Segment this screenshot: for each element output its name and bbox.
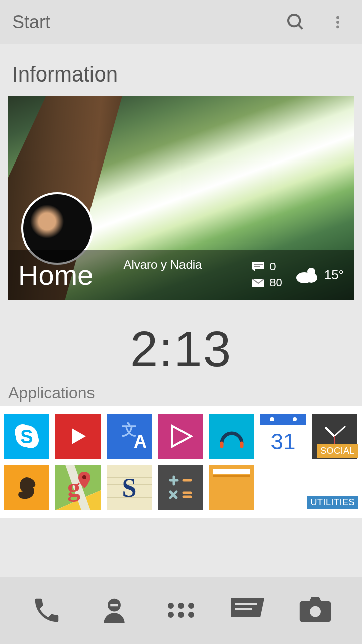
notes-letter: S <box>122 473 137 503</box>
svg-point-12 <box>305 273 317 283</box>
app-youtube[interactable] <box>55 414 101 459</box>
svg-rect-37 <box>110 604 118 606</box>
svg-point-4 <box>336 25 339 28</box>
svg-point-47 <box>310 606 321 617</box>
app-translate[interactable]: 文A <box>107 414 152 459</box>
svg-marker-17 <box>72 428 86 444</box>
app-notes[interactable]: S <box>107 465 152 510</box>
app-maps[interactable]: g <box>55 465 101 510</box>
topbar: Start <box>0 0 362 44</box>
calendar-day: 31 <box>271 425 296 459</box>
info-overlay: Home Alvaro y Nadia 0 80 15° <box>8 250 354 300</box>
app-music[interactable] <box>209 414 254 459</box>
badge-social[interactable]: SOCIAL <box>317 444 358 458</box>
mail-icon <box>252 279 264 287</box>
more-vertical-icon[interactable] <box>326 10 350 34</box>
svg-point-3 <box>336 21 339 24</box>
svg-point-0 <box>288 15 300 26</box>
svg-point-2 <box>336 16 339 19</box>
section-information-title: Information <box>0 44 362 96</box>
info-card[interactable]: Home Alvaro y Nadia 0 80 15° <box>8 96 354 300</box>
owner-name: Alvaro y Nadia <box>123 258 252 272</box>
temperature: 15° <box>324 267 344 283</box>
clock: 2:13 <box>0 300 362 384</box>
svg-point-42 <box>178 612 184 618</box>
dock-messages[interactable] <box>228 590 268 630</box>
apps-panel: S 文A 31 g S SOCIAL UTILITIES <box>0 406 362 518</box>
svg-rect-46 <box>235 608 252 610</box>
svg-marker-44 <box>231 598 264 617</box>
weather: 15° <box>294 265 344 285</box>
svg-line-22 <box>334 426 345 436</box>
svg-point-41 <box>168 612 174 618</box>
sms-count-value: 0 <box>269 260 276 273</box>
dock-contacts[interactable] <box>94 590 134 630</box>
app-play-store[interactable] <box>158 414 203 459</box>
svg-line-21 <box>325 427 334 436</box>
svg-marker-6 <box>252 269 255 271</box>
svg-line-1 <box>298 25 302 29</box>
app-calculator[interactable] <box>158 465 203 510</box>
home-label: Home <box>18 259 93 291</box>
app-skype[interactable]: S <box>4 414 49 459</box>
svg-rect-7 <box>254 264 263 265</box>
svg-point-28 <box>82 475 86 479</box>
topbar-title: Start <box>12 12 50 33</box>
svg-rect-45 <box>235 603 257 605</box>
svg-rect-5 <box>252 262 264 269</box>
info-stats: 0 80 <box>252 260 282 289</box>
section-applications-title: Applications <box>0 384 362 406</box>
svg-rect-8 <box>254 266 260 267</box>
sms-count: 0 <box>252 260 282 273</box>
mail-count-value: 80 <box>269 276 282 289</box>
app-calendar[interactable]: 31 <box>260 414 306 459</box>
sms-icon <box>252 262 264 271</box>
svg-point-43 <box>188 612 194 618</box>
badge-utilities[interactable]: UTILITIES <box>307 496 358 509</box>
dock <box>0 577 362 644</box>
app-soundhound[interactable] <box>4 465 49 510</box>
cloud-sun-icon <box>294 265 319 285</box>
dock-camera[interactable] <box>295 590 335 630</box>
calendar-header <box>260 414 306 425</box>
svg-point-40 <box>188 603 194 609</box>
search-icon[interactable] <box>284 10 308 34</box>
svg-text:A: A <box>134 431 147 452</box>
mail-count: 80 <box>252 276 282 289</box>
svg-text:S: S <box>20 426 33 447</box>
dock-apps-grid[interactable] <box>161 590 201 630</box>
svg-point-39 <box>178 603 184 609</box>
app-files[interactable] <box>209 465 254 510</box>
svg-marker-20 <box>172 426 191 447</box>
svg-point-38 <box>168 603 174 609</box>
dock-phone[interactable] <box>27 590 67 630</box>
